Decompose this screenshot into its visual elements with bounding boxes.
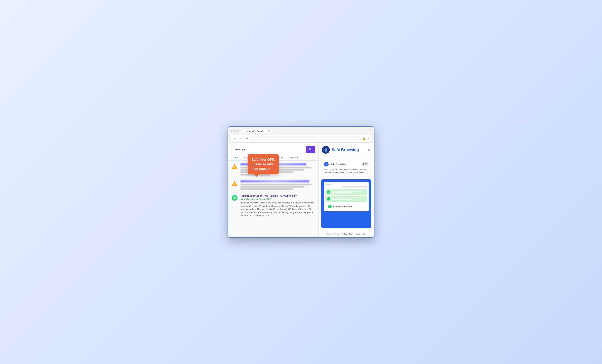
warning-icon-2: ! bbox=[231, 180, 238, 187]
safe-shield-icon: 🛡 bbox=[231, 195, 238, 201]
safe-label-shield-icon: ✓ bbox=[328, 205, 332, 208]
panel-title: Safe Browsing bbox=[332, 147, 366, 152]
safe-browsing-panel: Safe Browsing ⚙ Safe Search is OFF You m… bbox=[318, 143, 374, 237]
warning-icon-1: ! bbox=[231, 163, 238, 170]
panel-shield-icon bbox=[322, 146, 330, 154]
safe-results-label: ✓ Safe search results bbox=[325, 203, 367, 210]
svg-text:!: ! bbox=[234, 183, 235, 186]
privacy-policy-link[interactable]: Private Policy bbox=[327, 233, 339, 235]
faq-link[interactable]: FAQ bbox=[349, 233, 353, 235]
blurred-text-2a bbox=[240, 184, 312, 185]
browser-dots bbox=[231, 130, 238, 132]
illus-line-1a bbox=[332, 191, 362, 192]
tab-anytime[interactable]: Anytime ▾ bbox=[286, 155, 301, 160]
svg-text:!: ! bbox=[234, 166, 235, 169]
safe-search-card: Safe Search is OFF You may be exported t… bbox=[321, 159, 371, 177]
blurred-text-2b bbox=[240, 186, 304, 188]
safe-search-label: Safe Search is bbox=[330, 163, 360, 166]
illus-dot-3 bbox=[329, 184, 331, 185]
illus-address-bar bbox=[342, 186, 367, 187]
search-button[interactable]: 🔍 bbox=[306, 146, 315, 153]
browser-window: cream pie - Search ✕ + ⤢ ← → ↻ 🔒 ≡ bbox=[227, 126, 375, 238]
nav-right: 🔒 ≡ bbox=[362, 136, 369, 140]
blurred-title-2 bbox=[240, 180, 309, 182]
illus-shield-2: ✓ bbox=[327, 197, 330, 200]
blurred-text-2c bbox=[240, 188, 293, 190]
contact-us-link[interactable]: Contact Us bbox=[356, 233, 366, 235]
settings-icon[interactable]: ⚙ bbox=[368, 148, 371, 152]
callout-line1: Safe filter OFF: bbox=[252, 157, 275, 162]
safe-search-row: Safe Search is OFF bbox=[324, 162, 369, 166]
new-tab-button[interactable]: + bbox=[274, 129, 278, 133]
unsafe-result-2: ! bbox=[231, 180, 315, 191]
illus-result-2: ✓ bbox=[325, 196, 367, 202]
browser-content: 🔍 Web Images Video News More ▾ Anytime ▾… bbox=[228, 143, 374, 237]
unsafe-result-2-content bbox=[240, 180, 315, 191]
callout-line3: may appear bbox=[252, 166, 275, 171]
illus-lines-2 bbox=[332, 198, 366, 200]
refresh-button[interactable]: ↻ bbox=[244, 136, 249, 141]
browser-dot-3 bbox=[236, 130, 238, 132]
browser-tab[interactable]: cream pie - Search ✕ bbox=[243, 129, 272, 133]
browser-dot-1 bbox=[231, 130, 233, 132]
browser-dot-2 bbox=[234, 130, 236, 132]
illus-shield-1: ✓ bbox=[327, 190, 330, 194]
card-shield-icon bbox=[324, 162, 329, 166]
safe-search-description: You may be exported to unsafe content. T… bbox=[324, 168, 369, 174]
tab-title: cream pie - Search bbox=[246, 130, 264, 132]
search-input-row: 🔍 bbox=[231, 146, 315, 153]
safe-results-illustration: ✓ ✓ ✓ bbox=[321, 179, 371, 228]
browser-navbar: ← → ↻ 🔒 ≡ bbox=[231, 135, 371, 143]
tab-web[interactable]: Web bbox=[231, 155, 241, 160]
illus-dot-1 bbox=[325, 184, 327, 185]
illustration-browser: ✓ ✓ ✓ bbox=[324, 182, 369, 211]
search-input[interactable] bbox=[231, 146, 305, 153]
illus-line-2a bbox=[332, 198, 362, 198]
tab-close-button[interactable]: ✕ bbox=[268, 130, 270, 132]
menu-icon[interactable]: ≡ bbox=[368, 137, 369, 140]
svg-point-8 bbox=[325, 149, 326, 150]
safe-result-content: Custard and Cream Pie Recipes - Allrecip… bbox=[240, 195, 315, 217]
expand-icon[interactable]: ⤢ bbox=[369, 130, 371, 132]
illustration-dots bbox=[325, 184, 367, 185]
lock-icon: 🔒 bbox=[362, 136, 366, 140]
illus-result-1: ✓ bbox=[325, 189, 367, 195]
safe-search-toggle[interactable]: OFF bbox=[361, 162, 369, 166]
illus-line-1b bbox=[332, 192, 352, 193]
back-button[interactable]: ← bbox=[233, 136, 237, 141]
illus-line-2b bbox=[332, 199, 352, 200]
safe-result-url: www.allrecipes.com/recipes/807 ▾ bbox=[240, 198, 315, 200]
panel-header: Safe Browsing ⚙ bbox=[319, 143, 374, 156]
safe-result-title[interactable]: Custard and Cream Pie Recipes - Allrecip… bbox=[240, 195, 315, 198]
safe-result-snippet: Banana Cream Pie I "This is one of my ne… bbox=[240, 201, 315, 217]
search-area: 🔍 Web Images Video News More ▾ Anytime ▾… bbox=[228, 143, 318, 237]
panel-footer: Private Policy EULA FAQ Contact Us bbox=[319, 231, 374, 237]
browser-titlebar: cream pie - Search ✕ + ⤢ bbox=[231, 129, 371, 133]
safe-result-1: 🛡 Custard and Cream Pie Recipes - Allrec… bbox=[231, 195, 315, 217]
svg-text:🛡: 🛡 bbox=[233, 197, 236, 199]
search-icon: 🔍 bbox=[309, 147, 313, 151]
eula-link[interactable]: EULA bbox=[342, 233, 346, 235]
forward-button[interactable]: → bbox=[238, 136, 243, 141]
safe-filter-callout: Safe filter OFF: unsafe results may appe… bbox=[248, 154, 279, 174]
address-bar[interactable] bbox=[250, 136, 361, 141]
callout-line2: unsafe results bbox=[252, 162, 275, 166]
illus-lines-1 bbox=[332, 191, 366, 193]
browser-chrome: cream pie - Search ✕ + ⤢ ← → ↻ 🔒 ≡ bbox=[228, 127, 374, 143]
safe-results-text: Safe search results bbox=[333, 205, 352, 208]
svg-point-9 bbox=[326, 164, 327, 165]
illus-dot-2 bbox=[327, 184, 329, 185]
